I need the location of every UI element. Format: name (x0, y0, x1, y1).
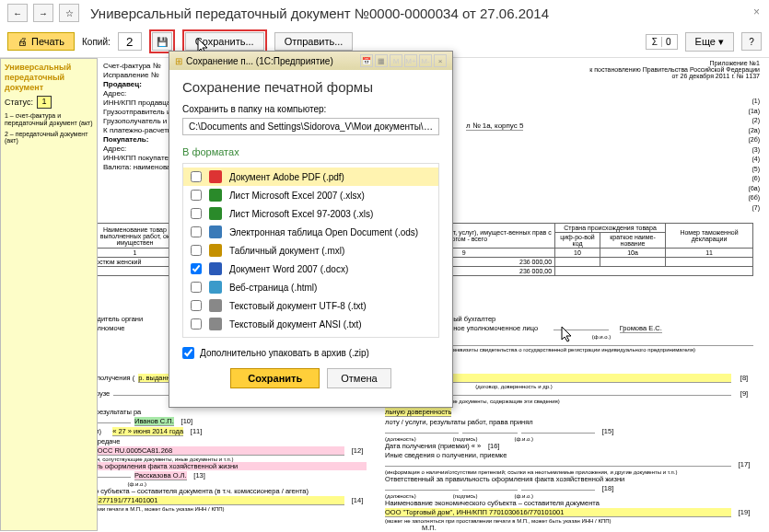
r4n: [11] (187, 427, 205, 435)
send-button[interactable]: Отправить... (274, 32, 354, 51)
format-label: Текстовый документ ANSI (.txt) (229, 319, 362, 330)
format-checkbox[interactable] (191, 282, 202, 293)
tool-icon[interactable]: ▦ (375, 54, 388, 67)
r7: Наименование экономического субъекта – с… (98, 487, 309, 495)
format-item[interactable]: Лист Microsoft Excel 2007 (.xlsx) (183, 186, 438, 204)
sidebar-note2: 2 – передаточный документ (акт) (5, 131, 93, 145)
dialog-save-button[interactable]: Сохранить (230, 368, 320, 388)
format-item[interactable]: Документ Word 2007 (.docx) (183, 260, 438, 278)
format-item[interactable]: Текстовый документ UTF-8 (.txt) (183, 296, 438, 315)
f-binn: ИНН/КПП покупателя (103, 154, 177, 162)
appendix-l2: к постановлению Правительства Российской… (589, 66, 760, 73)
format-item[interactable]: Электронная таблица Open Document (.ods) (183, 223, 438, 241)
format-checkbox[interactable] (191, 263, 202, 274)
rc1: (1а) (748, 107, 760, 117)
format-label: Лист Microsoft Excel 2007 (.xlsx) (229, 191, 365, 201)
path-input-box[interactable]: … (182, 118, 439, 135)
rc5: (3) (748, 145, 760, 156)
r6: Ответственный за правильность оформления… (98, 462, 238, 470)
format-checkbox[interactable] (191, 245, 202, 256)
format-label: Документ Adobe PDF (.pdf) (229, 172, 344, 182)
formats-heading: В форматах (182, 146, 439, 157)
print-button[interactable]: 🖨 Печать (7, 32, 75, 51)
zip-checkbox[interactable] (182, 347, 194, 359)
path-input[interactable] (189, 121, 424, 132)
r2: Данные о транспортировке и грузе (98, 389, 110, 398)
rc6: (4) (748, 155, 760, 165)
mid1: ный бухгалтер (449, 315, 495, 323)
more-button[interactable]: Еще ▾ (685, 32, 734, 52)
mplus-icon[interactable]: M+ (404, 54, 417, 67)
format-checkbox[interactable] (191, 171, 202, 182)
rr4: Иные сведения о получении, приемке (385, 451, 507, 459)
rc8: (6) (748, 174, 760, 184)
sum-box: Σ 0 (646, 34, 678, 50)
save-button[interactable]: Сохранить... (185, 32, 264, 51)
r5v: Сертификат соответствия № РОСС RU.0005СА… (98, 446, 344, 456)
format-checkbox[interactable] (191, 226, 202, 237)
rr3: Дата получения (приемки) « » (385, 442, 481, 450)
format-checkbox[interactable] (191, 300, 202, 311)
dialog-heading: Сохранение печатной формы (182, 79, 439, 95)
rr5n: [18] (599, 484, 617, 492)
r4: Дата отгрузки, передачи (сдачи) (98, 427, 101, 435)
f-sf: Счет-фактура № (103, 62, 160, 70)
format-item[interactable]: Текстовый документ ANSI (.txt) (183, 315, 438, 333)
close-icon[interactable]: × (753, 6, 760, 18)
addr-text: л № 1а, корпус 5 (466, 121, 523, 131)
format-label: Табличный документ (.mxl) (229, 246, 344, 256)
r3n: [10] (178, 417, 196, 425)
th8: краткое наиме-нование (600, 233, 665, 249)
format-checkbox[interactable] (191, 190, 202, 201)
r7n: [14] (348, 496, 367, 504)
save-file-icon[interactable]: 💾 (152, 32, 172, 51)
f2: (ф.и.о.) (514, 436, 533, 442)
format-label: Веб-страница (.html) (229, 283, 317, 293)
save-to-label: Сохранить в папку на компьютер: (182, 104, 439, 114)
r2n: [9] (735, 389, 753, 398)
r1n: [8] (735, 374, 753, 382)
file-icon (209, 170, 222, 183)
f-addr: Адрес: (103, 89, 126, 98)
r6b: Рассказова О.Л. (134, 471, 187, 480)
more-label: Еще (695, 36, 716, 47)
browse-icon[interactable]: … (424, 121, 433, 132)
file-icon (209, 262, 222, 275)
format-checkbox[interactable] (191, 208, 202, 219)
format-item[interactable]: Документ Adobe PDF (.pdf) (183, 168, 438, 186)
formats-list: Документ Adobe PDF (.pdf) Лист Microsoft… (182, 163, 439, 338)
help-icon[interactable]: ? (741, 32, 762, 51)
rc0: (1) (748, 97, 760, 107)
format-label: Лист Microsoft Excel 97-2003 (.xls) (229, 209, 373, 219)
star-button[interactable]: ☆ (59, 4, 79, 22)
r5n: [12] (348, 446, 367, 455)
rc7: (5) (748, 165, 760, 175)
format-checkbox[interactable] (191, 318, 202, 330)
mid-name: Громова Е.С. (620, 324, 662, 333)
mminus-icon[interactable]: M- (419, 54, 432, 67)
format-item[interactable]: Веб-страница (.html) (183, 278, 438, 296)
dialog-cancel-button[interactable]: Отмена (327, 368, 390, 388)
file-icon (209, 281, 222, 294)
format-item[interactable]: Лист Microsoft Excel 97-2003 (.xls) (183, 204, 438, 223)
calc-icon[interactable]: 📅 (360, 54, 373, 67)
appendix-l3: от 26 декабря 2011 г. № 1137 (589, 73, 760, 79)
dialog-close-icon[interactable]: × (434, 54, 447, 67)
n7: 10 (555, 249, 600, 258)
sidebar-title1: Универсальный (5, 63, 93, 73)
format-item[interactable]: Табличный документ (.mxl) (183, 241, 438, 260)
titlebar: ← → ☆ Универсальный передаточный докумен… (0, 0, 769, 26)
forward-button[interactable]: → (33, 4, 53, 22)
f-inn: ИНН/КПП продавца (103, 98, 170, 107)
sigma-value: 0 (661, 37, 671, 47)
rr2: лоту / услуги, результаты работ, права п… (385, 418, 533, 426)
m-icon[interactable]: M (390, 54, 402, 67)
f-seller: Продавец: (103, 80, 142, 88)
b1a: Руководитель органи (98, 315, 143, 323)
status-value[interactable]: 1 (37, 96, 52, 109)
back-button[interactable]: ← (7, 4, 28, 22)
save-dialog: ⊞ Сохранение п... (1С:Предприятие) 📅 ▦ M… (169, 51, 453, 408)
addr-val: л № 1а, корпус 5 (466, 121, 523, 130)
n9: 11 (666, 249, 753, 258)
copies-input[interactable] (118, 32, 142, 51)
